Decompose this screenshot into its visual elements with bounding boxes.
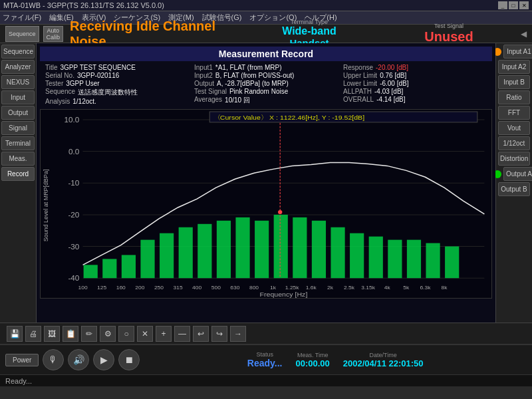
svg-text:1.25k: 1.25k (285, 285, 300, 291)
sidebar-item-record[interactable]: Record (1, 167, 35, 181)
power-button[interactable]: Power (5, 354, 39, 366)
sidebar-item-nexus[interactable]: NEXUS (1, 75, 35, 89)
svg-text:400: 400 (192, 285, 202, 291)
datetime-label: Date/Time (370, 352, 397, 358)
chart-container[interactable]: 10.0 0.0 -10 -20 -30 -40 Sound Level at … (40, 109, 492, 299)
field-overall: -4.14 [dB] (376, 96, 405, 103)
close-button[interactable]: ✕ (519, 1, 529, 9)
status-group: Status Ready... (247, 351, 283, 368)
clipboard-tool-button[interactable]: 📋 (63, 326, 78, 342)
status-area: Status Ready... Meas. Time 00:00.00 Date… (144, 351, 527, 368)
svg-text:630: 630 (230, 285, 240, 291)
sidebar-item-sequence[interactable]: Sequence (1, 45, 35, 59)
right-btn-input-a2[interactable]: Input A2 (498, 60, 530, 74)
svg-text:-30: -30 (68, 243, 79, 251)
field-analysis: 1/12oct. (72, 98, 96, 105)
info-grid: Title3GPP TEST SEQUENCE Serial No.3GPP-0… (40, 63, 492, 106)
svg-text:160: 160 (116, 285, 126, 291)
svg-rect-50 (369, 237, 383, 279)
svg-rect-45 (274, 215, 288, 278)
field-input2: B, FLAT (from POI/SS-out) (215, 72, 295, 79)
app-title: MTA-01WB - 3GPP(TS 26.131/TS 26.132 V5.0… (3, 1, 164, 9)
left-sidebar: Sequence Analyzer NEXUS Input Output Sig… (0, 43, 37, 323)
status-bar-text: Ready... (5, 377, 32, 385)
field-response: -20.00 [dB] (376, 64, 408, 71)
svg-rect-43 (235, 217, 249, 278)
save-tool-button[interactable]: 💾 (7, 326, 23, 342)
svg-rect-41 (198, 224, 211, 278)
svg-rect-36 (102, 259, 116, 278)
svg-rect-37 (122, 255, 136, 278)
svg-text:125: 125 (97, 285, 107, 291)
right-btn-input-b[interactable]: Input B (498, 75, 530, 89)
right-sidebar: Input A1 Input A2 Input B Ratio FFT Vout… (495, 43, 532, 323)
svg-text:6.3k: 6.3k (420, 285, 431, 291)
svg-text:315: 315 (174, 285, 184, 291)
speaker-icon[interactable]: 🔊 (68, 349, 89, 370)
field-upper-limit: 0.76 [dB] (380, 72, 406, 79)
svg-text:2.5k: 2.5k (344, 285, 355, 291)
right-btn-input-a1[interactable]: Input A1 (503, 45, 533, 59)
svg-text:1k: 1k (270, 285, 277, 291)
sidebar-item-output[interactable]: Output (1, 106, 35, 120)
edit-tool-button[interactable]: ✏ (81, 326, 97, 342)
circle-tool-button[interactable]: ○ (118, 326, 134, 342)
settings-tool-button[interactable]: ⚙ (100, 326, 116, 342)
window-controls: _ □ ✕ (498, 1, 529, 9)
maximize-button[interactable]: □ (509, 1, 518, 9)
print-tool-button[interactable]: 🖨 (25, 326, 41, 342)
minimize-button[interactable]: _ (498, 1, 507, 9)
minus-tool-button[interactable]: — (174, 326, 190, 342)
svg-text:-40: -40 (68, 275, 79, 283)
right-btn-output-a[interactable]: Output A (503, 167, 533, 181)
right-btn-output-b[interactable]: Output B (498, 182, 530, 196)
svg-text:Frequency [Hz]: Frequency [Hz] (260, 291, 308, 298)
svg-text:800: 800 (249, 285, 259, 291)
right-btn-1-12oct[interactable]: 1/12oct (498, 136, 530, 150)
field-title: 3GPP TEST SEQUENCE (61, 64, 136, 71)
mic-icon[interactable]: 🎙 (43, 349, 64, 370)
sequence-button[interactable]: Sequence (5, 26, 39, 42)
test-signal-section: Test Signal Unused (382, 23, 515, 45)
meas-time-group: Meas. Time 00:00.00 (295, 352, 329, 368)
sidebar-item-terminal[interactable]: Terminal (1, 136, 35, 150)
right-btn-ratio[interactable]: Ratio (498, 90, 530, 104)
forward-tool-button[interactable]: → (230, 326, 246, 342)
right-btn-distortion[interactable]: Distortion (498, 152, 530, 166)
right-btn-vout[interactable]: Vout (498, 121, 530, 135)
field-output: A, -28.7[dBPa] (to MRP) (217, 80, 289, 87)
sidebar-item-signal[interactable]: Signal (1, 121, 35, 135)
terminal-type-label: Terminal Type (291, 19, 328, 25)
image-tool-button[interactable]: 🖼 (44, 326, 60, 342)
svg-rect-38 (140, 240, 154, 279)
stop-button[interactable]: ⏹ (118, 349, 140, 370)
plus-tool-button[interactable]: + (156, 326, 172, 342)
sidebar-item-analyzer[interactable]: Analyzer (1, 60, 35, 74)
test-signal-value: Unused (424, 29, 473, 45)
redo-tool-button[interactable]: ↪ (211, 326, 227, 342)
menu-item-f[interactable]: ファイル(F) (3, 13, 41, 23)
cross-tool-button[interactable]: ✕ (137, 326, 153, 342)
sidebar-item-input[interactable]: Input (1, 90, 35, 104)
channel-arrow-icon[interactable]: ◀ (521, 29, 527, 39)
play-button[interactable]: ▶ (93, 349, 114, 370)
field-tester: 3GPP User (66, 80, 99, 87)
svg-rect-53 (426, 243, 440, 279)
svg-text:-20: -20 (68, 211, 79, 219)
svg-text:100: 100 (78, 285, 88, 291)
input-a1-group: Input A1 (493, 45, 533, 59)
test-signal-label: Test Signal (434, 23, 464, 29)
right-btn-fft[interactable]: FFT (498, 106, 530, 120)
bottom-toolbar: 💾 🖨 🖼 📋 ✏ ⚙ ○ ✕ + — ↩ ↪ → (0, 323, 532, 344)
svg-rect-40 (179, 227, 193, 278)
svg-rect-49 (350, 233, 364, 279)
channel-left-buttons: Sequence Auto Calib (5, 26, 63, 42)
sidebar-item-meas[interactable]: Meas. (1, 152, 35, 166)
svg-text:8k: 8k (442, 285, 448, 291)
undo-tool-button[interactable]: ↩ (193, 326, 209, 342)
auto-calib-button[interactable]: Auto Calib (43, 26, 64, 42)
terminal-type-value: Wide-band (282, 25, 336, 37)
datetime-group: Date/Time 2002/04/11 22:01:50 (343, 352, 424, 368)
field-averages: 10/10 回 (225, 96, 250, 105)
transport-bar: Power 🎙 🔊 ▶ ⏹ Status Ready... Meas. Time… (0, 344, 532, 374)
